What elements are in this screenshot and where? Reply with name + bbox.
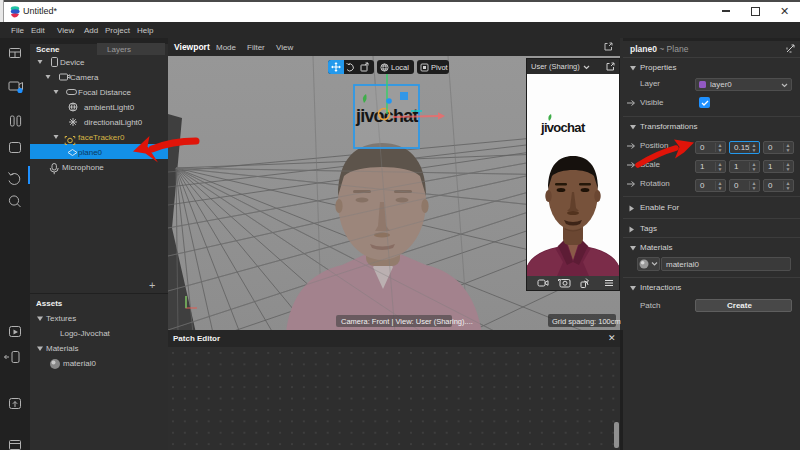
- svg-text:jivochat: jivochat: [540, 120, 586, 135]
